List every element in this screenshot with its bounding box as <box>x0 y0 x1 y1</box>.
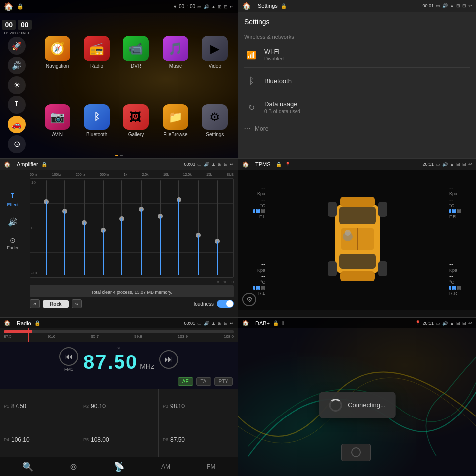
radio-freq-row: 87.50 MHz <box>83 351 154 373</box>
nav-label: Navigation <box>46 63 69 69</box>
app-navigation[interactable]: 🧭 Navigation <box>40 20 75 84</box>
dab-gps-icon: 📍 <box>415 320 421 326</box>
svg-rect-7 <box>328 202 337 217</box>
eq-back-icon[interactable]: ↩ <box>230 162 234 167</box>
wifi-item[interactable]: 📶 Wi-Fi Disabled <box>244 42 470 68</box>
tpms-screen-icon: ▭ <box>436 162 440 167</box>
dab-time: 20:11 <box>423 321 434 326</box>
eq-slider-9[interactable] <box>189 180 207 276</box>
home-icon[interactable]: 🏠 <box>4 2 14 11</box>
settings-home-icon[interactable]: 🏠 <box>242 2 251 10</box>
tpms-gps-icon: 📍 <box>285 162 291 167</box>
radio-am-btn[interactable]: AM <box>161 463 170 470</box>
app-music[interactable]: 🎵 Music <box>158 20 193 84</box>
datausage-item[interactable]: ↻ Data usage 0 B of data used <box>244 94 470 120</box>
eq-next-btn[interactable]: » <box>72 299 82 308</box>
bluetooth-item[interactable]: ᛒ Bluetooth <box>244 68 470 94</box>
svg-rect-10 <box>378 261 387 276</box>
eq-preset-btn[interactable]: Rock <box>43 300 68 308</box>
eq-effect-btn[interactable]: 🎚 Effect <box>7 192 19 207</box>
eq-slider-6[interactable] <box>132 180 150 276</box>
apps-icon: ⊟ <box>224 4 228 9</box>
tpms-back-icon[interactable]: ↩ <box>468 162 472 167</box>
preset-p4[interactable]: P4 106.10 <box>0 423 79 457</box>
radio-ta-btn[interactable]: TA <box>196 377 211 386</box>
app-gallery[interactable]: 🖼 Gallery <box>119 88 154 153</box>
dab-back-icon[interactable]: ↩ <box>468 321 472 326</box>
radio-prev-btn[interactable]: ⏮ <box>60 347 78 366</box>
radio-antenna-btn[interactable]: 📡 <box>114 461 124 472</box>
radio-screen-icon: ▭ <box>197 321 202 326</box>
settings-label: Settings <box>206 132 224 137</box>
eq-slider-7[interactable] <box>151 180 169 276</box>
dot-2 <box>120 155 123 156</box>
dvr-icon: 📹 <box>123 36 149 61</box>
radio-search-btn[interactable]: 🔍 <box>22 461 33 472</box>
app-video[interactable]: ▶ Video <box>197 20 233 84</box>
tire-rr: -- Kpa -- °C R.R <box>449 261 461 296</box>
radio-next-btn[interactable]: ⏭ <box>159 350 178 369</box>
vol-icon: 🔊 <box>204 4 209 9</box>
eq-slider-4[interactable] <box>94 180 112 276</box>
eq-loudness-toggle[interactable] <box>217 300 234 308</box>
radio-back-icon[interactable]: ↩ <box>230 321 234 326</box>
preset-p6[interactable]: P6 87.50 <box>159 423 238 457</box>
dab-screen-icon: ▭ <box>436 321 440 326</box>
preset-p3[interactable]: P3 98.10 <box>159 389 238 422</box>
tpms-time: 20:11 <box>423 162 434 167</box>
settings-app-icon: ⊟ <box>462 3 466 8</box>
connecting-spinner <box>329 399 342 412</box>
eq-slider-1[interactable] <box>37 180 55 276</box>
svg-rect-1 <box>339 207 376 224</box>
equalizer-icon[interactable]: 🎚 <box>8 96 26 114</box>
radio-action-buttons: AF TA PTY <box>0 377 238 389</box>
screenshot-icon: ▭ <box>197 4 202 9</box>
eq-home-icon[interactable]: 🏠 <box>4 161 11 168</box>
more-item[interactable]: ··· More <box>244 120 470 137</box>
svg-rect-3 <box>340 197 375 207</box>
eq-slider-3[interactable] <box>75 180 93 276</box>
back-icon[interactable]: ↩ <box>230 4 234 9</box>
app-dvr[interactable]: 📹 DVR <box>119 20 154 84</box>
eq-slider-8[interactable] <box>170 180 188 276</box>
app-radio[interactable]: 📻 Radio <box>79 20 114 84</box>
preset-p2[interactable]: P2 90.10 <box>79 389 158 422</box>
connecting-text: Connecting... <box>348 401 386 409</box>
wifi-icon: 📶 <box>244 48 258 61</box>
radio-pty-btn[interactable]: PTY <box>214 377 233 386</box>
eq-slider-5[interactable] <box>113 180 131 276</box>
rocket-icon[interactable]: 🚀 <box>8 37 26 55</box>
settings-media-icon: ▲ <box>450 3 454 8</box>
radio-af-btn[interactable]: AF <box>178 377 193 386</box>
radio-rds-btn[interactable]: ⊚ <box>70 461 77 472</box>
radio-media-icon: ▲ <box>211 321 216 326</box>
eq-volume-btn[interactable]: 🔊 <box>8 217 18 227</box>
volume-icon[interactable]: 🔊 <box>8 57 26 74</box>
dab-home-icon[interactable]: 🏠 <box>242 320 249 326</box>
settings-vol-icon: 🔊 <box>442 3 448 8</box>
eq-slider-10[interactable] <box>208 180 226 276</box>
car-icon[interactable]: 🚗 <box>8 116 26 133</box>
eq-slider-2[interactable] <box>56 180 74 276</box>
app-grid: 🧭 Navigation 📻 Radio 📹 DVR 🎵 Music ▶ Vid… <box>35 15 238 158</box>
tpms-home-icon[interactable]: 🏠 <box>242 161 249 168</box>
radio-fm-btn[interactable]: FM <box>207 463 215 470</box>
eq-fader-btn[interactable]: ⊙ Fader <box>7 237 19 250</box>
radio-home-icon[interactable]: 🏠 <box>4 320 11 326</box>
eq-prev-btn[interactable]: « <box>30 299 40 308</box>
svg-rect-2 <box>339 254 376 269</box>
app-filebrowse[interactable]: 📁 FileBrowse <box>158 88 193 153</box>
brightness-icon[interactable]: ☀ <box>8 76 26 94</box>
app-avin[interactable]: 📷 AVIN <box>40 88 75 153</box>
svg-rect-9 <box>328 261 337 276</box>
lock-icon: 🔒 <box>17 3 24 10</box>
app-settings[interactable]: ⚙ Settings <box>197 88 233 153</box>
eq-volume-icon: 🔊 <box>8 217 18 227</box>
preset-p5[interactable]: P5 108.00 <box>79 423 158 457</box>
eq-app-icon: ⊟ <box>224 162 228 167</box>
preset-p1[interactable]: P1 87.50 <box>0 389 79 422</box>
tpms-settings-btn[interactable]: ⚙ <box>242 293 256 306</box>
circles-icon[interactable]: ⊙ <box>8 135 26 153</box>
app-bluetooth[interactable]: ᛒ Bluetooth <box>79 88 114 153</box>
settings-back-icon[interactable]: ↩ <box>468 3 472 8</box>
